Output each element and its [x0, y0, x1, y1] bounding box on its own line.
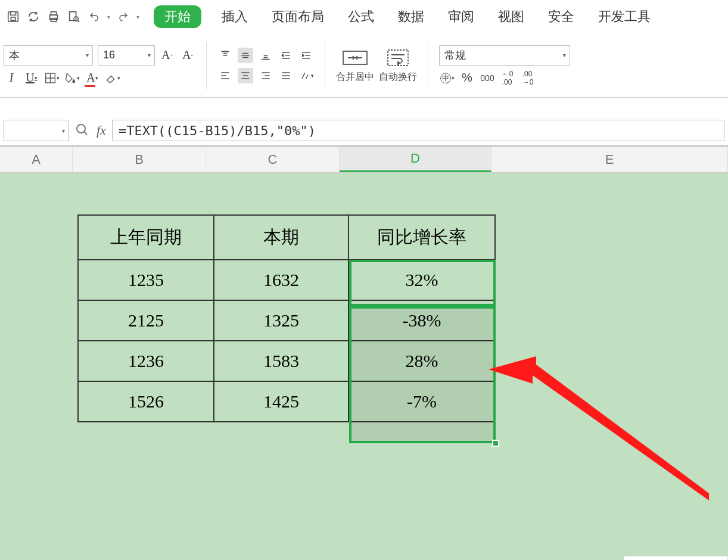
font-group: 本▾ 16▾ A+ A- I U ▾ ▾ ▾ A ▾ ▾ — [4, 45, 195, 86]
ribbon: 本▾ 16▾ A+ A- I U ▾ ▾ ▾ A ▾ ▾ ▾ — [0, 33, 728, 98]
number-format-value: 常规 — [444, 48, 466, 63]
table-header-row: 上年同期 本期 同比增长率 — [78, 215, 495, 260]
quick-access-toolbar: ▾ ▾ — [6, 10, 139, 24]
font-name-combo[interactable]: 本▾ — [4, 45, 93, 66]
chevron-down-icon: ▾ — [62, 127, 65, 134]
font-color-icon[interactable]: A ▾ — [85, 70, 100, 86]
tab-formula[interactable]: 公式 — [344, 5, 378, 28]
increase-decimal-icon[interactable]: ←0.00 — [500, 70, 515, 86]
cell[interactable]: 1325 — [214, 300, 349, 341]
wrap-label: 自动换行 — [379, 71, 417, 83]
align-top-icon[interactable] — [217, 48, 233, 63]
col-header-a[interactable]: A — [0, 147, 73, 172]
col-header-b[interactable]: B — [73, 147, 206, 172]
tab-review[interactable]: 审阅 — [444, 5, 478, 28]
worksheet-area[interactable]: 上年同期 本期 同比增长率 1235 1632 32% 2125 1325 -3… — [0, 173, 728, 560]
print-icon[interactable] — [46, 10, 61, 24]
header-cell[interactable]: 同比增长率 — [349, 215, 495, 260]
annotation-arrow — [489, 346, 715, 506]
svg-rect-5 — [70, 12, 76, 21]
underline-icon[interactable]: U ▾ — [24, 70, 39, 86]
cell[interactable]: 1425 — [214, 381, 349, 422]
chevron-down-icon[interactable]: ▾ — [107, 14, 110, 20]
fx-label[interactable]: fx — [97, 123, 106, 138]
align-middle-icon[interactable] — [238, 48, 253, 63]
eraser-icon[interactable]: ▾ — [105, 70, 120, 86]
merge-button[interactable]: 合并居中 — [336, 47, 374, 83]
indent-increase-icon[interactable] — [298, 48, 314, 63]
save-icon[interactable] — [6, 10, 20, 24]
header-cell[interactable]: 本期 — [214, 215, 349, 260]
wrap-button[interactable]: 自动换行 — [379, 47, 417, 83]
comma-icon[interactable]: 000 — [480, 70, 495, 86]
chevron-down-icon: ▾ — [148, 52, 151, 58]
chevron-down-icon: ▾ — [563, 52, 566, 58]
tab-dev[interactable]: 开发工具 — [595, 5, 654, 28]
tab-insert[interactable]: 插入 — [218, 5, 251, 28]
separator — [206, 42, 207, 89]
menu-bar: ▾ ▾ 开始 插入 页面布局 公式 数据 审阅 视图 安全 开发工具 — [0, 0, 728, 33]
tab-home[interactable]: 开始 — [154, 5, 201, 28]
tab-layout[interactable]: 页面布局 — [268, 5, 328, 28]
cell[interactable]: 1632 — [214, 260, 349, 300]
borders-icon[interactable]: ▾ — [44, 70, 60, 86]
cell[interactable]: 1235 — [78, 260, 214, 300]
formula-bar: ▾ fx =TEXT((C15-B15)/B15,"0%") — [0, 116, 728, 147]
decrease-font-icon[interactable]: A- — [180, 48, 195, 63]
cell[interactable]: 1583 — [214, 341, 349, 381]
indent-decrease-icon[interactable] — [278, 48, 294, 63]
svg-rect-4 — [51, 18, 56, 22]
align-right-icon[interactable] — [258, 68, 273, 83]
separator — [428, 42, 428, 89]
name-box[interactable]: ▾ — [4, 120, 69, 141]
col-header-e[interactable]: E — [491, 147, 728, 172]
undo-icon[interactable] — [87, 10, 101, 24]
justify-icon[interactable] — [278, 68, 294, 83]
merge-label: 合并居中 — [336, 71, 374, 83]
tab-security[interactable]: 安全 — [545, 5, 578, 28]
align-left-icon[interactable] — [217, 68, 233, 83]
svg-rect-3 — [51, 12, 56, 15]
merge-icon — [342, 47, 368, 69]
preview-icon[interactable] — [67, 10, 81, 24]
watermark: O Office教程网 www.office26.com — [624, 556, 728, 560]
fill-color-icon[interactable]: ▾ — [64, 70, 80, 86]
number-group: 常规▾ ㊥ ▾ % 000 ←0.00 .00→0 — [439, 45, 570, 86]
cell[interactable]: 32% — [349, 260, 495, 300]
align-group: ▾ — [217, 48, 314, 83]
number-format-combo[interactable]: 常规▾ — [439, 45, 570, 66]
table-row: 1235 1632 32% — [78, 260, 495, 300]
align-bottom-icon[interactable] — [258, 48, 273, 63]
redo-icon[interactable] — [116, 10, 130, 24]
fill-handle[interactable] — [492, 440, 499, 447]
currency-icon[interactable]: ㊥ ▾ — [439, 70, 455, 86]
sync-icon[interactable] — [26, 10, 41, 24]
table-row: 1236 1583 28% — [78, 341, 495, 381]
col-header-c[interactable]: C — [206, 147, 340, 172]
align-center-icon[interactable] — [238, 68, 253, 83]
cell[interactable]: -38% — [349, 300, 495, 341]
cell[interactable]: 1526 — [78, 381, 214, 422]
chevron-down-icon: ▾ — [86, 52, 89, 58]
header-cell[interactable]: 上年同期 — [78, 215, 214, 260]
formula-input[interactable]: =TEXT((C15-B15)/B15,"0%") — [112, 120, 724, 141]
cell[interactable]: -7% — [349, 381, 495, 422]
increase-font-icon[interactable]: A+ — [160, 48, 175, 63]
italic-icon[interactable]: I — [4, 70, 19, 86]
zoom-icon[interactable] — [75, 123, 91, 138]
col-header-d[interactable]: D — [340, 147, 491, 172]
ribbon-tabs: 开始 插入 页面布局 公式 数据 审阅 视图 安全 开发工具 — [154, 5, 654, 28]
cell[interactable]: 28% — [349, 341, 495, 381]
tab-view[interactable]: 视图 — [494, 5, 528, 28]
chevron-down-icon[interactable]: ▾ — [136, 14, 139, 20]
percent-icon[interactable]: % — [459, 70, 475, 86]
decrease-decimal-icon[interactable]: .00→0 — [520, 70, 536, 86]
font-size-combo[interactable]: 16▾ — [98, 45, 155, 66]
cell[interactable]: 1236 — [78, 341, 214, 381]
font-name-value: 本 — [9, 48, 20, 63]
table-row: 1526 1425 -7% — [78, 381, 495, 422]
orientation-icon[interactable]: ▾ — [298, 68, 314, 83]
font-size-value: 16 — [103, 49, 115, 61]
cell[interactable]: 2125 — [78, 300, 214, 341]
tab-data[interactable]: 数据 — [394, 5, 428, 28]
